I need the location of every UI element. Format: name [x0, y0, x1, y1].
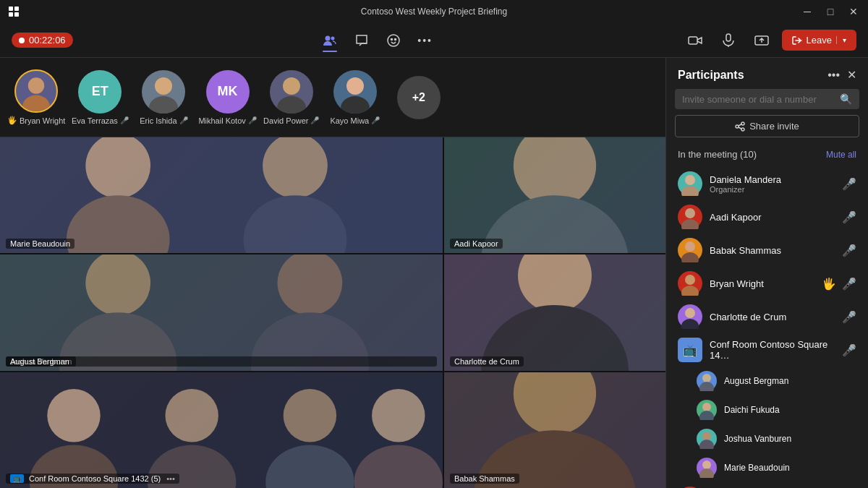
svg-point-0 — [325, 35, 330, 40]
strip-participant-eva-terrazas[interactable]: ET Eva Terrazas 🎤 — [71, 70, 129, 125]
participant-row-daniela[interactable]: Daniela Mandera Organizer 🎤 — [666, 167, 868, 200]
strip-participant-david-power[interactable]: David Power 🎤 — [263, 70, 320, 125]
info-aadi: Aadi Kapoor — [710, 212, 835, 223]
actions-babak: 🎤 — [842, 244, 856, 257]
svg-point-49 — [681, 186, 699, 196]
name-charlotte: Charlotte de Crum — [710, 312, 835, 322]
record-indicator — [19, 38, 25, 43]
participant-row-august[interactable]: August Bergman — [666, 367, 868, 395]
camera-button[interactable] — [682, 27, 708, 53]
svg-point-63 — [699, 440, 714, 449]
svg-rect-17 — [0, 137, 443, 253]
svg-point-38 — [284, 389, 336, 442]
strip-participant-eric-ishida[interactable]: Eric Ishida 🎤 — [135, 70, 192, 125]
avatar-conf-room: 📺 — [678, 338, 702, 362]
leave-button[interactable]: Leave ▾ — [782, 30, 856, 51]
mic-icon-daniela: 🎤 — [842, 177, 856, 191]
actions-bryan: 🖐️ 🎤 — [822, 277, 856, 291]
svg-point-46 — [736, 125, 739, 128]
info-babak: Babak Shammas — [710, 245, 835, 256]
participant-row-conf-room[interactable]: 📺 Conf Room Contoso Square 14… 🎤 — [666, 333, 868, 367]
share-screen-button[interactable] — [749, 27, 775, 53]
recording-timer: 00:22:06 — [12, 33, 73, 48]
panel-more-icon[interactable]: ••• — [827, 69, 840, 82]
participants-tab-button[interactable] — [317, 27, 343, 53]
participant-row-babak[interactable]: Babak Shammas 🎤 — [666, 234, 868, 267]
actions-charlotte: 🎤 — [842, 310, 856, 324]
participant-row-charlotte[interactable]: Charlotte de Crum 🎤 — [666, 300, 868, 333]
participant-row-aadi[interactable]: Aadi Kapoor 🎤 — [666, 200, 868, 234]
chat-button[interactable] — [349, 27, 375, 53]
app-grid-icon[interactable] — [9, 7, 19, 17]
search-icon: 🔍 — [840, 93, 852, 105]
label-charlotte-de-crum: Charlotte de Crum — [450, 356, 524, 367]
avatar-daichi — [697, 400, 717, 420]
svg-point-64 — [702, 461, 711, 469]
strip-participant-mikhail-kotov[interactable]: MK Mikhail Kotov 🎤 — [198, 70, 256, 125]
video-cell-babak-shammas: Babak Shammas — [444, 372, 665, 488]
close-button[interactable]: ✕ — [848, 6, 859, 17]
info-daniela: Daniela Mandera Organizer — [710, 174, 835, 194]
share-invite-label: Share invite — [749, 121, 799, 132]
toolbar: 00:22:06 ••• Leave ▾ — [0, 23, 868, 58]
strip-participant-bryan-wright[interactable]: 🖐️ Bryan Wright — [7, 69, 65, 125]
participant-row-marie[interactable]: Marie Beaudouin — [666, 453, 868, 482]
participant-row-bryan[interactable]: Bryan Wright 🖐️ 🎤 — [666, 267, 868, 300]
name-eva-terrazas: Eva Terrazas 🎤 — [72, 116, 129, 125]
avatar-charlotte — [678, 304, 702, 329]
info-marie: Marie Beaudouin — [724, 463, 856, 473]
participant-row-daichi[interactable]: Daichi Fukuda — [666, 395, 868, 424]
name-kayo-miwa: Kayo Miwa 🎤 — [330, 116, 380, 125]
svg-point-54 — [685, 275, 695, 285]
mic-button[interactable] — [715, 27, 741, 53]
video-grid: Marie Beaudouin Aadi Kapoor — [0, 137, 665, 488]
label-conf-room: 📺 Conf Room Contoso Square 1432 (5) ••• — [6, 474, 179, 484]
video-cell-conf-room: 📺 Conf Room Contoso Square 1432 (5) ••• — [0, 372, 443, 488]
video-cell-charlotte-de-crum: Charlotte de Crum — [444, 254, 665, 370]
toolbar-right: Leave ▾ — [682, 27, 856, 53]
info-bryan: Bryan Wright — [710, 278, 814, 289]
minimize-button[interactable]: ─ — [801, 6, 813, 17]
avatar-david-power — [270, 70, 313, 114]
share-invite-button[interactable]: Share invite — [675, 115, 859, 137]
video-cell-joshua-august: Joshua Vanburen August Bergman — [0, 254, 443, 370]
mic-icon-conf-room: 🎤 — [842, 343, 856, 357]
svg-point-55 — [681, 286, 699, 296]
participant-row-eric[interactable]: Eric Ishida — [666, 482, 868, 488]
svg-point-40 — [372, 389, 425, 442]
svg-point-58 — [702, 374, 711, 382]
svg-point-13 — [283, 77, 300, 95]
svg-point-59 — [699, 382, 714, 391]
svg-point-15 — [346, 77, 364, 95]
mute-all-button[interactable]: Mute all — [826, 150, 856, 160]
svg-point-10 — [23, 95, 50, 113]
name-mikhail-kotov: Mikhail Kotov 🎤 — [198, 116, 256, 125]
search-input[interactable] — [682, 94, 834, 105]
leave-label: Leave — [807, 35, 832, 46]
mic-icon-aadi: 🎤 — [842, 210, 856, 224]
hand-icon-bryan: 🖐️ — [822, 277, 836, 291]
avatar-kayo-miwa — [333, 70, 377, 114]
strip-participant-kayo-miwa[interactable]: Kayo Miwa 🎤 — [326, 70, 384, 125]
svg-point-60 — [702, 403, 711, 411]
avatar-eva-terrazas: ET — [78, 70, 122, 114]
svg-point-36 — [165, 389, 218, 442]
reactions-button[interactable] — [380, 27, 407, 53]
search-bar: 🔍 — [675, 89, 859, 109]
participant-row-joshua[interactable]: Joshua Vanburen — [666, 424, 868, 453]
maximize-button[interactable]: □ — [825, 6, 836, 17]
toolbar-center: ••• — [317, 27, 438, 53]
actions-conf-room: 🎤 — [842, 343, 856, 357]
title-bar: Contoso West Weekly Project Briefing ─ □… — [0, 0, 868, 23]
panel-close-icon[interactable]: ✕ — [847, 68, 856, 82]
svg-point-52 — [685, 241, 695, 252]
more-options-button[interactable]: ••• — [412, 27, 438, 53]
actions-aadi: 🎤 — [842, 210, 856, 224]
strip-more-participants[interactable]: +2 — [390, 76, 448, 119]
svg-point-14 — [277, 96, 306, 114]
svg-point-3 — [391, 38, 392, 40]
svg-point-48 — [685, 175, 695, 185]
leave-chevron-icon[interactable]: ▾ — [836, 36, 846, 44]
name-eric-ishida: Eric Ishida 🎤 — [140, 116, 187, 125]
label-marie-beaudouin: Marie Beaudouin — [6, 239, 75, 249]
